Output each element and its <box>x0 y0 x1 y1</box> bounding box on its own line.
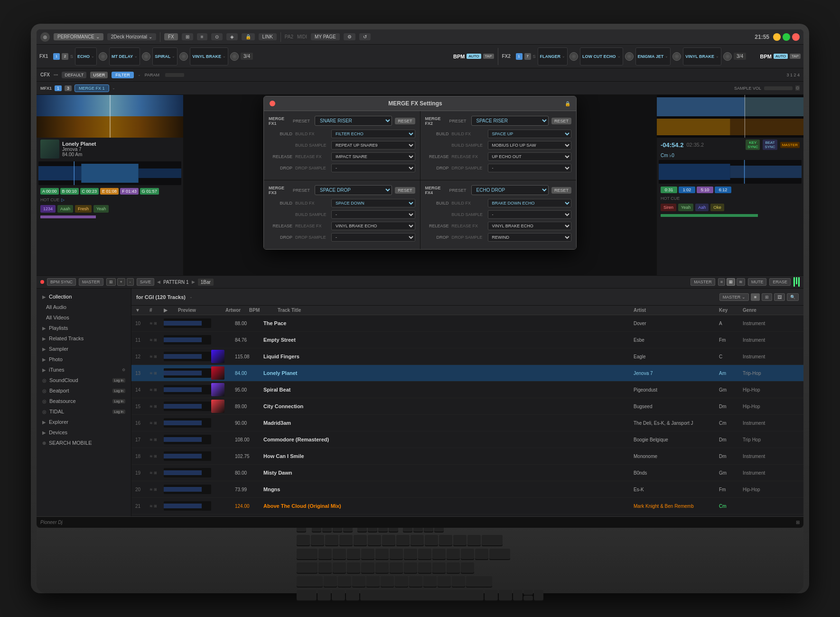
pad-fresh[interactable]: Fresh <box>75 205 92 213</box>
search-ctrl-btn[interactable]: 🔍 <box>787 293 799 301</box>
col-header-artwork[interactable]: Artwor <box>225 308 249 313</box>
rpad-yeah[interactable]: Yeah <box>678 204 693 211</box>
sidebar-item-allaudio[interactable]: All Audio <box>37 302 131 312</box>
key-d[interactable] <box>347 562 360 573</box>
grid-button[interactable]: ⊞ <box>106 278 116 286</box>
merge-fx1-build-sample-select[interactable]: REPEAT UP SNARE9 <box>331 141 415 150</box>
key-ralt[interactable] <box>499 590 512 600</box>
key-7[interactable] <box>396 535 410 545</box>
key-z[interactable] <box>324 576 337 587</box>
col-header-play[interactable]: ▶ <box>164 308 178 313</box>
key-i[interactable] <box>418 549 431 559</box>
key-alt[interactable] <box>332 590 345 600</box>
fx1-mtdelay-slot[interactable]: MT DELAY ⌄ <box>109 47 140 65</box>
key-g[interactable] <box>375 562 389 573</box>
bpm-sync-button[interactable]: BPM SYNC <box>47 278 76 286</box>
rcue-1[interactable]: 0:31 <box>661 187 677 193</box>
fx1-echo-slot[interactable]: ECHO ⌄ <box>75 47 97 65</box>
key-e[interactable] <box>347 549 360 559</box>
track-row[interactable]: 10 ≋ ⊞ 88.00 The Pace Dover A Instrument <box>131 315 803 332</box>
merge-fx3-build-fx-select[interactable]: SPACE DOWN <box>331 199 415 207</box>
key-rshift[interactable] <box>466 576 492 587</box>
modal-close-button[interactable] <box>270 101 275 106</box>
layout-button[interactable]: 2Deck Horizontal ⌄ <box>107 33 156 40</box>
merge-fx1-reset-button[interactable]: RESET <box>395 118 415 124</box>
master-pattern-button[interactable]: MASTER <box>79 278 103 286</box>
key-return[interactable] <box>489 549 510 559</box>
key-m[interactable] <box>409 576 422 587</box>
merge-fx3-reset-button[interactable]: RESET <box>395 187 415 194</box>
key-q[interactable] <box>318 549 332 559</box>
key-r[interactable] <box>361 549 374 559</box>
key-sync-button[interactable]: KEYSYNC <box>746 140 760 150</box>
sidebar-item-playlists[interactable]: ▶ Playlists <box>37 323 131 333</box>
cue-c[interactable]: C 00:23 <box>80 188 99 195</box>
fx2-tap-button[interactable]: TAP <box>790 54 801 59</box>
minimize-button[interactable] <box>773 33 781 41</box>
link-button[interactable]: LINK <box>259 33 277 40</box>
sidebar-item-tidal[interactable]: ◎ TIDAL Log In <box>37 406 131 417</box>
key-down[interactable] <box>523 596 533 600</box>
fx2-auto-button[interactable]: AUTO <box>774 54 788 59</box>
key-4[interactable] <box>354 535 367 545</box>
key-2[interactable] <box>325 535 338 545</box>
col-header-preview[interactable]: Preview <box>178 308 225 313</box>
cue-f[interactable]: F 01:43 <box>120 188 139 195</box>
fx2-enigmajet-knob[interactable] <box>672 52 681 61</box>
merge-fx4-drop-sample-select[interactable]: REWIND <box>488 233 572 242</box>
col-header-genre[interactable]: Genre <box>743 308 800 313</box>
fx1-vinylbrake-slot[interactable]: VINYL BRAKE ⌄ <box>190 47 228 65</box>
track-row[interactable]: 12 ≋ ⊞ 115.08 Liquid Fingers Eagle C Ins… <box>131 348 803 365</box>
key-comma[interactable] <box>423 576 437 587</box>
master-sync-button[interactable]: MASTER <box>780 142 800 148</box>
key-caps[interactable] <box>297 562 317 573</box>
track-row[interactable]: 21 ≋ ⊞ 124.00 Above The Cloud (Original … <box>131 498 803 514</box>
key-lshift[interactable] <box>297 576 323 587</box>
key-b[interactable] <box>381 576 394 587</box>
merge-fx1-drop-sample-select[interactable]: - <box>331 164 415 172</box>
sidebar-item-soundcloud[interactable]: ◎ SoundCloud Log In <box>37 375 131 385</box>
artwork-ctrl-btn[interactable]: 🖼 <box>774 293 785 301</box>
add-button[interactable]: + <box>117 278 125 286</box>
key-3[interactable] <box>339 535 353 545</box>
rpad-aah[interactable]: Aah <box>695 204 709 211</box>
key-l[interactable] <box>432 562 446 573</box>
key-minus[interactable] <box>453 535 467 545</box>
key-equals[interactable] <box>467 535 481 545</box>
fx2-lowcutecho-slot[interactable]: LOW CUT ECHO ⌄ <box>580 47 623 65</box>
merge-fx4-reset-button[interactable]: RESET <box>551 187 571 194</box>
key-rcmd[interactable] <box>485 590 498 600</box>
col-header-artist[interactable]: Artist <box>634 308 719 313</box>
fx1-spiral-slot[interactable]: SPIRAL ⌄ <box>152 47 177 65</box>
beatsource-login[interactable]: Log In <box>112 399 125 403</box>
key-s[interactable] <box>333 562 346 573</box>
sidebar-item-collection[interactable]: ▶ Collection <box>37 291 131 302</box>
fx2-flanger-slot[interactable]: FLANGER ⌄ <box>538 47 568 65</box>
key-space[interactable] <box>360 590 484 600</box>
master-label[interactable]: MASTER <box>691 278 715 286</box>
beatport-login[interactable]: Log In <box>112 389 125 393</box>
cfx-param-slider[interactable] <box>165 73 184 77</box>
track-row[interactable]: 20 ≋ ⊞ 73.99 Mngns Es-K Fm Hip-Hop <box>131 481 803 498</box>
key-rbracket[interactable] <box>475 549 488 559</box>
col-header-key[interactable]: Key <box>719 308 743 313</box>
grid-ctrl-btn[interactable]: ⊞ <box>762 293 772 301</box>
pad-yeah[interactable]: Yeah <box>93 205 109 213</box>
cfx-default-button[interactable]: DEFAULT <box>62 72 86 78</box>
merge-fx1-release-fx-select[interactable]: IMPACT SNARE <box>331 152 415 161</box>
col-header-filter[interactable]: ▼ <box>135 308 149 313</box>
track-row[interactable]: 18 ≋ ⊞ 102.75 How Can I Smile Mononome D… <box>131 448 803 465</box>
sidebar-item-photo[interactable]: ▶ Photo <box>37 354 131 365</box>
merge-fx2-release-fx-select[interactable]: UP ECHO OUT <box>488 152 572 161</box>
key-p[interactable] <box>447 549 460 559</box>
merge-fx4-release-fx-select[interactable]: VINYL BRAKE ECHO <box>488 222 572 230</box>
sidebar-item-beatport[interactable]: ◎ Beatport Log In <box>37 385 131 396</box>
fx2-lowcutecho-knob[interactable] <box>625 52 634 61</box>
grid-view-btn[interactable]: ⊞ <box>727 278 735 286</box>
merge-fx3-build-sample-select[interactable]: - <box>331 210 415 219</box>
fx1-mtdelay-knob[interactable] <box>142 52 150 61</box>
sidebar-item-sampler[interactable]: ▶ Sampler <box>37 344 131 354</box>
track-row[interactable]: 19 ≋ ⊞ 80.00 Misty Dawn B0nds Gm Instrum… <box>131 465 803 481</box>
cue-a[interactable]: A 00:00 <box>40 188 59 195</box>
rpad-oke[interactable]: Oke <box>710 204 724 211</box>
